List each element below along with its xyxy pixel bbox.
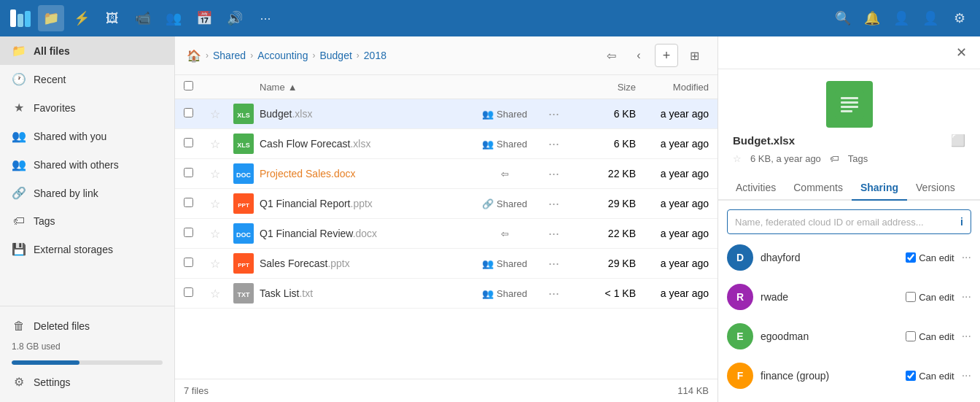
notifications-icon[interactable]: 🔔 [859,5,885,31]
share-info-icon[interactable]: i [960,216,963,228]
row-checkbox[interactable] [184,198,210,209]
detail-tag-icon[interactable]: 🏷 [830,153,839,164]
table-row[interactable]: ☆ TXT Task List.txt 👥 Shared ··· < 1 KB … [175,279,718,309]
sidebar-item-all-files[interactable]: 📁 All files [0,36,174,65]
table-row[interactable]: ☆ PPT Sales Forecast.pptx 👥 Shared ··· 2… [175,249,718,279]
more-button-cashflow[interactable]: ··· [548,136,578,152]
file-name-task-list[interactable]: Task List.txt [260,287,461,299]
table-row[interactable]: ☆ DOC Q1 Financial Review.docx ⇦ ··· 22 … [175,219,718,249]
tab-activities[interactable]: Activities [727,176,785,201]
select-all-checkbox[interactable] [184,81,193,90]
table-row[interactable]: ☆ XLS Cash Flow Forecast.xlsx 👥 Shared ·… [175,129,718,159]
file-name-budget[interactable]: Budget.xlsx [260,108,461,120]
star-button[interactable]: ☆ [210,107,233,121]
navigate-prev-button[interactable]: ‹ [627,44,650,67]
more-button-q1-review[interactable]: ··· [548,226,578,241]
sidebar-item-favorites[interactable]: ★ Favorites [0,93,174,122]
tab-comments[interactable]: Comments [785,176,852,201]
nav-gallery[interactable]: 🖼 [99,5,125,31]
sidebar-item-deleted-files[interactable]: 🗑 Deleted files [0,312,174,340]
nav-music[interactable]: 🔊 [222,5,248,31]
sidebar-item-settings[interactable]: ⚙ Settings [0,368,174,396]
table-row[interactable]: ☆ XLS Budget.xlsx 👥 Shared ··· 6 KB a ye… [175,99,718,129]
sidebar-item-shared-with-others[interactable]: 👥 Shared with others [0,150,174,179]
can-edit-checkbox-egoodman[interactable] [906,331,916,341]
share-breadcrumb-button[interactable]: ⇦ [599,44,623,67]
nav-video[interactable]: 📹 [130,5,156,31]
tab-sharing[interactable]: Sharing [852,176,907,201]
share-badge-budget[interactable]: 👥 Shared [461,109,548,120]
name-sort-button[interactable]: Name ▲ [260,82,461,93]
sidebar-item-tags[interactable]: 🏷 Tags [0,207,174,235]
table-row[interactable]: ☆ DOC Projected Sales.docx ⇦ ··· 22 KB a… [175,159,718,189]
can-edit-checkbox-rwade[interactable] [906,292,916,302]
add-file-button[interactable]: + [655,44,678,67]
user-icon[interactable]: 👤 [917,5,944,31]
row-checkbox[interactable] [184,228,210,239]
file-name-projected-sales[interactable]: Projected Sales.docx [260,168,461,179]
app-logo[interactable] [7,5,34,31]
share-badge-q1-report[interactable]: 🔗 Shared [461,198,548,209]
permission-finance[interactable]: Can edit [906,371,954,382]
detail-action-icon[interactable]: ⬜ [951,134,965,147]
breadcrumb-accounting[interactable]: Accounting [257,50,308,61]
file-name-q1-review[interactable]: Q1 Financial Review.docx [260,228,461,239]
more-options-finance[interactable]: ··· [962,369,971,382]
nav-contacts[interactable]: 👥 [160,5,187,31]
row-checkbox[interactable] [184,138,210,150]
row-checkbox[interactable] [184,108,210,120]
more-button-task-list[interactable]: ··· [548,286,578,301]
detail-close-button[interactable]: ✕ [951,42,971,63]
row-checkbox[interactable] [184,287,210,299]
row-checkbox[interactable] [184,168,210,179]
share-badge-projected-sales[interactable]: ⇦ [461,169,548,179]
more-button-budget[interactable]: ··· [548,107,578,122]
header-name[interactable]: Name ▲ [260,82,461,93]
sidebar-item-recent[interactable]: 🕐 Recent [0,65,174,93]
can-edit-checkbox-dhayford[interactable] [906,252,916,263]
settings-icon[interactable]: ⚙ [946,5,973,31]
nav-calendar[interactable]: 📅 [191,5,217,31]
breadcrumb-2018[interactable]: 2018 [364,50,386,61]
more-options-egoodman[interactable]: ··· [962,330,971,343]
search-icon[interactable]: 🔍 [830,5,856,31]
breadcrumb-home[interactable]: 🏠 [187,49,201,63]
share-search-input[interactable] [735,217,960,228]
row-checkbox[interactable] [184,258,210,269]
share-badge-sales-forecast[interactable]: 👥 Shared [461,258,548,269]
star-button[interactable]: ☆ [210,167,233,181]
share-search-box[interactable]: i [727,209,971,234]
share-badge-cashflow[interactable]: 👥 Shared [461,139,548,150]
sidebar-item-external-storages[interactable]: 💾 External storages [0,235,174,263]
detail-star-icon[interactable]: ☆ [733,153,742,164]
permission-rwade[interactable]: Can edit [906,292,954,303]
nav-activity[interactable]: ⚡ [69,5,95,31]
breadcrumb-budget[interactable]: Budget [319,50,351,61]
tab-versions[interactable]: Versions [907,176,964,201]
permission-egoodman[interactable]: Can edit [906,331,954,342]
more-button-projected-sales[interactable]: ··· [548,166,578,182]
header-modified[interactable]: Modified [636,82,709,93]
more-options-dhayford[interactable]: ··· [962,251,971,264]
contacts-icon[interactable]: 👤 [888,5,914,31]
nav-more[interactable]: ··· [252,5,279,31]
file-name-q1-report[interactable]: Q1 Financial Report.pptx [260,198,461,209]
header-checkbox[interactable] [184,81,210,93]
star-button[interactable]: ☆ [210,197,233,211]
star-button[interactable]: ☆ [210,137,233,151]
share-badge-task-list[interactable]: 👥 Shared [461,288,548,299]
star-button[interactable]: ☆ [210,257,233,271]
star-button[interactable]: ☆ [210,227,233,241]
file-name-sales-forecast[interactable]: Sales Forecast.pptx [260,258,461,269]
star-button[interactable]: ☆ [210,287,233,301]
more-button-sales-forecast[interactable]: ··· [548,256,578,271]
share-badge-q1-review[interactable]: ⇦ [461,228,548,239]
nav-files[interactable]: 📁 [38,5,64,31]
table-row[interactable]: ☆ PPT Q1 Financial Report.pptx 🔗 Shared … [175,189,718,219]
permission-dhayford[interactable]: Can edit [906,252,954,263]
view-toggle-button[interactable]: ⊞ [682,44,706,67]
can-edit-checkbox-finance[interactable] [906,371,916,381]
sidebar-item-shared-by-link[interactable]: 🔗 Shared by link [0,179,174,207]
sidebar-item-shared-with-you[interactable]: 👥 Shared with you [0,122,174,150]
file-name-cashflow[interactable]: Cash Flow Forecast.xlsx [260,138,461,150]
